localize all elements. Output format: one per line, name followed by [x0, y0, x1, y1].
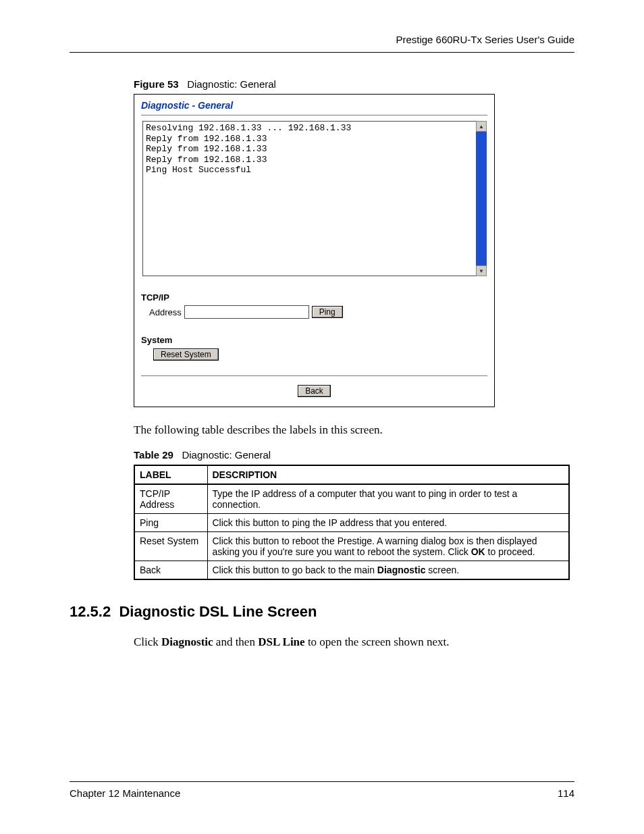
- console-wrap: Resolving 192.168.1.33 ... 192.168.1.33 …: [142, 121, 487, 276]
- ping-button[interactable]: Ping: [312, 306, 343, 318]
- page-footer: Chapter 12 Maintenance 114: [70, 781, 574, 799]
- diagnostic-panel: Diagnostic - General Resolving 192.168.1…: [134, 94, 495, 407]
- tcpip-heading: TCP/IP: [141, 292, 487, 303]
- description-table: LABEL DESCRIPTION TCP/IP Address Type th…: [134, 465, 570, 580]
- table-row: Back Click this button to go back to the…: [134, 561, 569, 580]
- panel-divider-2: [141, 375, 487, 376]
- table-caption: Table 29 Diagnostic: General: [134, 449, 574, 461]
- cell-label: Ping: [134, 514, 207, 532]
- table-row: Reset System Click this button to reboot…: [134, 532, 569, 561]
- scroll-up-icon[interactable]: ▲: [476, 121, 487, 132]
- console-output: Resolving 192.168.1.33 ... 192.168.1.33 …: [142, 121, 477, 276]
- address-row: Address Ping: [141, 305, 487, 319]
- section-number: 12.5.2: [70, 603, 111, 620]
- section-body: Click Diagnostic and then DSL Line to op…: [134, 635, 574, 649]
- figure-label: Figure 53: [134, 78, 179, 90]
- cell-desc: Click this button to ping the IP address…: [207, 514, 569, 532]
- running-header: Prestige 660RU-Tx Series User's Guide: [70, 34, 574, 52]
- panel-divider: [141, 115, 487, 115]
- panel-title: Diagnostic - General: [141, 99, 487, 113]
- table-label: Table 29: [134, 449, 173, 461]
- reset-system-button[interactable]: Reset System: [153, 348, 219, 361]
- system-heading: System: [141, 335, 487, 345]
- header-rule: [70, 52, 574, 53]
- back-button[interactable]: Back: [298, 385, 331, 397]
- table-title: Diagnostic: General: [182, 449, 271, 461]
- cell-label: Reset System: [134, 532, 207, 561]
- table-header-row: LABEL DESCRIPTION: [134, 465, 569, 484]
- intro-text: The following table describes the labels…: [134, 423, 574, 437]
- figure-caption: Figure 53 Diagnostic: General: [134, 78, 574, 90]
- footer-chapter: Chapter 12 Maintenance: [70, 787, 180, 799]
- section-title: Diagnostic DSL Line Screen: [119, 603, 317, 620]
- address-label: Address: [149, 307, 182, 317]
- th-desc: DESCRIPTION: [207, 465, 569, 484]
- address-input[interactable]: [184, 305, 309, 319]
- footer-rule: [70, 781, 574, 782]
- cell-label: Back: [134, 561, 207, 580]
- section-heading: 12.5.2 Diagnostic DSL Line Screen: [70, 603, 574, 621]
- th-label: LABEL: [134, 465, 207, 484]
- cell-desc: Click this button to reboot the Prestige…: [207, 532, 569, 561]
- cell-label: TCP/IP Address: [134, 484, 207, 514]
- cell-desc: Type the IP address of a computer that y…: [207, 484, 569, 514]
- figure-title: Diagnostic: General: [187, 78, 276, 90]
- table-row: Ping Click this button to ping the IP ad…: [134, 514, 569, 532]
- footer-page: 114: [558, 787, 574, 799]
- console-scrollbar[interactable]: ▲ ▼: [476, 121, 487, 276]
- cell-desc: Click this button to go back to the main…: [207, 561, 569, 580]
- scroll-down-icon[interactable]: ▼: [476, 265, 487, 276]
- table-row: TCP/IP Address Type the IP address of a …: [134, 484, 569, 514]
